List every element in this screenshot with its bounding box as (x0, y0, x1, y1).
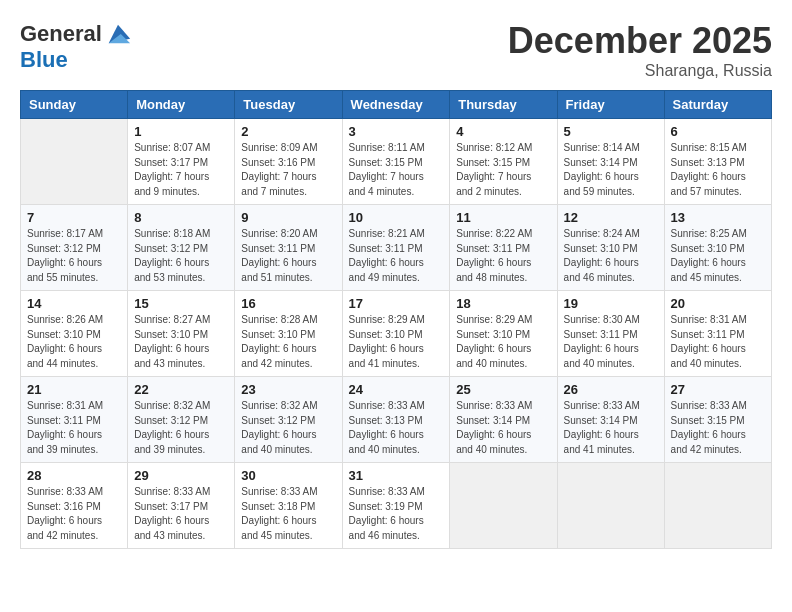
calendar-cell: 10Sunrise: 8:21 AM Sunset: 3:11 PM Dayli… (342, 205, 450, 291)
day-number: 18 (456, 296, 550, 311)
day-info: Sunrise: 8:33 AM Sunset: 3:16 PM Dayligh… (27, 485, 121, 543)
calendar-cell: 26Sunrise: 8:33 AM Sunset: 3:14 PM Dayli… (557, 377, 664, 463)
day-number: 26 (564, 382, 658, 397)
day-info: Sunrise: 8:21 AM Sunset: 3:11 PM Dayligh… (349, 227, 444, 285)
logo-icon (104, 20, 132, 48)
day-info: Sunrise: 8:31 AM Sunset: 3:11 PM Dayligh… (671, 313, 765, 371)
calendar-cell (664, 463, 771, 549)
day-info: Sunrise: 8:20 AM Sunset: 3:11 PM Dayligh… (241, 227, 335, 285)
logo-blue: Blue (20, 48, 132, 72)
day-info: Sunrise: 8:29 AM Sunset: 3:10 PM Dayligh… (456, 313, 550, 371)
calendar-cell: 7Sunrise: 8:17 AM Sunset: 3:12 PM Daylig… (21, 205, 128, 291)
weekday-header: Saturday (664, 91, 771, 119)
day-number: 11 (456, 210, 550, 225)
calendar-cell: 31Sunrise: 8:33 AM Sunset: 3:19 PM Dayli… (342, 463, 450, 549)
calendar-table: SundayMondayTuesdayWednesdayThursdayFrid… (20, 90, 772, 549)
day-number: 9 (241, 210, 335, 225)
calendar-cell: 28Sunrise: 8:33 AM Sunset: 3:16 PM Dayli… (21, 463, 128, 549)
day-number: 23 (241, 382, 335, 397)
day-info: Sunrise: 8:33 AM Sunset: 3:17 PM Dayligh… (134, 485, 228, 543)
calendar-cell: 11Sunrise: 8:22 AM Sunset: 3:11 PM Dayli… (450, 205, 557, 291)
calendar-cell: 22Sunrise: 8:32 AM Sunset: 3:12 PM Dayli… (128, 377, 235, 463)
day-number: 20 (671, 296, 765, 311)
weekday-header: Wednesday (342, 91, 450, 119)
title-area: December 2025 Sharanga, Russia (508, 20, 772, 80)
calendar-cell: 21Sunrise: 8:31 AM Sunset: 3:11 PM Dayli… (21, 377, 128, 463)
day-number: 13 (671, 210, 765, 225)
day-number: 22 (134, 382, 228, 397)
calendar-cell: 23Sunrise: 8:32 AM Sunset: 3:12 PM Dayli… (235, 377, 342, 463)
calendar-cell: 15Sunrise: 8:27 AM Sunset: 3:10 PM Dayli… (128, 291, 235, 377)
weekday-header: Thursday (450, 91, 557, 119)
day-info: Sunrise: 8:33 AM Sunset: 3:19 PM Dayligh… (349, 485, 444, 543)
day-number: 21 (27, 382, 121, 397)
calendar-cell: 6Sunrise: 8:15 AM Sunset: 3:13 PM Daylig… (664, 119, 771, 205)
calendar-cell: 17Sunrise: 8:29 AM Sunset: 3:10 PM Dayli… (342, 291, 450, 377)
calendar-week-row: 21Sunrise: 8:31 AM Sunset: 3:11 PM Dayli… (21, 377, 772, 463)
calendar-cell: 30Sunrise: 8:33 AM Sunset: 3:18 PM Dayli… (235, 463, 342, 549)
calendar-cell: 5Sunrise: 8:14 AM Sunset: 3:14 PM Daylig… (557, 119, 664, 205)
day-info: Sunrise: 8:30 AM Sunset: 3:11 PM Dayligh… (564, 313, 658, 371)
day-number: 12 (564, 210, 658, 225)
weekday-header: Monday (128, 91, 235, 119)
location: Sharanga, Russia (508, 62, 772, 80)
calendar-cell: 20Sunrise: 8:31 AM Sunset: 3:11 PM Dayli… (664, 291, 771, 377)
day-number: 31 (349, 468, 444, 483)
calendar-cell: 12Sunrise: 8:24 AM Sunset: 3:10 PM Dayli… (557, 205, 664, 291)
day-number: 29 (134, 468, 228, 483)
day-number: 8 (134, 210, 228, 225)
day-number: 5 (564, 124, 658, 139)
day-info: Sunrise: 8:33 AM Sunset: 3:15 PM Dayligh… (671, 399, 765, 457)
weekday-header-row: SundayMondayTuesdayWednesdayThursdayFrid… (21, 91, 772, 119)
day-info: Sunrise: 8:09 AM Sunset: 3:16 PM Dayligh… (241, 141, 335, 199)
day-number: 7 (27, 210, 121, 225)
calendar-cell: 24Sunrise: 8:33 AM Sunset: 3:13 PM Dayli… (342, 377, 450, 463)
day-number: 4 (456, 124, 550, 139)
day-number: 15 (134, 296, 228, 311)
calendar-cell: 2Sunrise: 8:09 AM Sunset: 3:16 PM Daylig… (235, 119, 342, 205)
calendar-cell: 18Sunrise: 8:29 AM Sunset: 3:10 PM Dayli… (450, 291, 557, 377)
day-info: Sunrise: 8:22 AM Sunset: 3:11 PM Dayligh… (456, 227, 550, 285)
day-number: 17 (349, 296, 444, 311)
day-info: Sunrise: 8:31 AM Sunset: 3:11 PM Dayligh… (27, 399, 121, 457)
weekday-header: Tuesday (235, 91, 342, 119)
calendar-week-row: 14Sunrise: 8:26 AM Sunset: 3:10 PM Dayli… (21, 291, 772, 377)
logo: General Blue (20, 20, 132, 72)
day-number: 6 (671, 124, 765, 139)
calendar-cell (450, 463, 557, 549)
calendar-cell: 19Sunrise: 8:30 AM Sunset: 3:11 PM Dayli… (557, 291, 664, 377)
day-info: Sunrise: 8:14 AM Sunset: 3:14 PM Dayligh… (564, 141, 658, 199)
page-header: General Blue December 2025 Sharanga, Rus… (20, 20, 772, 80)
day-info: Sunrise: 8:27 AM Sunset: 3:10 PM Dayligh… (134, 313, 228, 371)
calendar-cell (557, 463, 664, 549)
calendar-cell: 14Sunrise: 8:26 AM Sunset: 3:10 PM Dayli… (21, 291, 128, 377)
day-info: Sunrise: 8:26 AM Sunset: 3:10 PM Dayligh… (27, 313, 121, 371)
logo-general: General (20, 22, 102, 46)
day-info: Sunrise: 8:18 AM Sunset: 3:12 PM Dayligh… (134, 227, 228, 285)
day-number: 2 (241, 124, 335, 139)
day-info: Sunrise: 8:17 AM Sunset: 3:12 PM Dayligh… (27, 227, 121, 285)
day-number: 1 (134, 124, 228, 139)
day-number: 24 (349, 382, 444, 397)
weekday-header: Friday (557, 91, 664, 119)
weekday-header: Sunday (21, 91, 128, 119)
day-info: Sunrise: 8:12 AM Sunset: 3:15 PM Dayligh… (456, 141, 550, 199)
day-info: Sunrise: 8:28 AM Sunset: 3:10 PM Dayligh… (241, 313, 335, 371)
calendar-cell: 1Sunrise: 8:07 AM Sunset: 3:17 PM Daylig… (128, 119, 235, 205)
day-info: Sunrise: 8:33 AM Sunset: 3:14 PM Dayligh… (456, 399, 550, 457)
calendar-cell: 13Sunrise: 8:25 AM Sunset: 3:10 PM Dayli… (664, 205, 771, 291)
day-info: Sunrise: 8:11 AM Sunset: 3:15 PM Dayligh… (349, 141, 444, 199)
day-number: 3 (349, 124, 444, 139)
day-number: 10 (349, 210, 444, 225)
day-info: Sunrise: 8:33 AM Sunset: 3:13 PM Dayligh… (349, 399, 444, 457)
calendar-cell: 29Sunrise: 8:33 AM Sunset: 3:17 PM Dayli… (128, 463, 235, 549)
day-number: 28 (27, 468, 121, 483)
month-title: December 2025 (508, 20, 772, 62)
day-info: Sunrise: 8:15 AM Sunset: 3:13 PM Dayligh… (671, 141, 765, 199)
day-info: Sunrise: 8:29 AM Sunset: 3:10 PM Dayligh… (349, 313, 444, 371)
day-info: Sunrise: 8:32 AM Sunset: 3:12 PM Dayligh… (134, 399, 228, 457)
day-number: 19 (564, 296, 658, 311)
calendar-week-row: 28Sunrise: 8:33 AM Sunset: 3:16 PM Dayli… (21, 463, 772, 549)
calendar-cell: 8Sunrise: 8:18 AM Sunset: 3:12 PM Daylig… (128, 205, 235, 291)
day-number: 25 (456, 382, 550, 397)
